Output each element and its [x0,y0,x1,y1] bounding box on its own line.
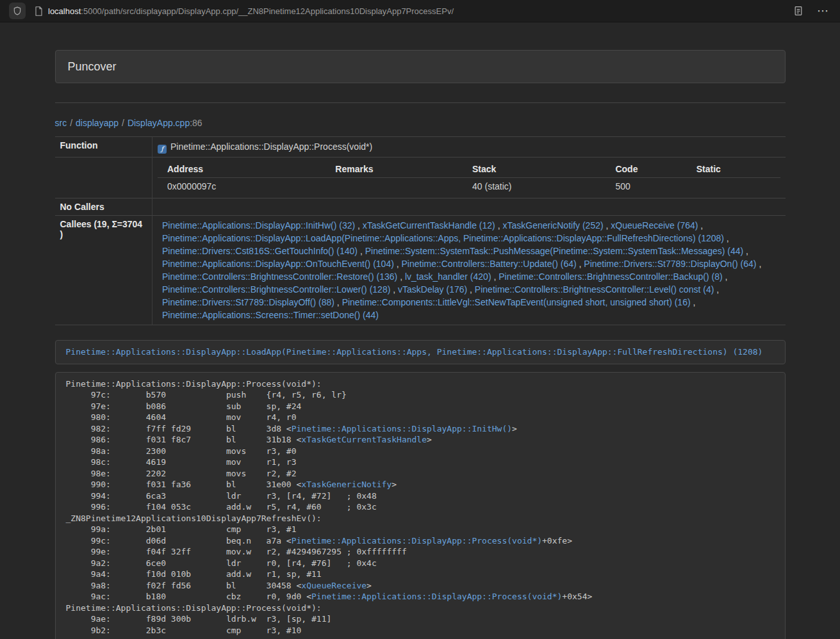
browser-chrome-bar: localhost:5000/path/src/displayapp/Displ… [0,0,840,22]
metrics-table: Address Remarks Stack Code Static 0x0000… [158,161,780,195]
browser-actions: ⋯ [794,5,831,17]
metrics-value-row: 0x0000097c 40 (static) 500 [158,178,780,195]
shield-button[interactable] [9,3,26,19]
callee-link[interactable]: Pinetime::Applications::DisplayApp::Init… [162,220,355,231]
reader-mode-button[interactable] [794,6,803,16]
ellipsis-icon: ⋯ [817,5,828,17]
column-code: Code [605,161,686,178]
callee-link[interactable]: Pinetime::Drivers::St7789::DisplayOff() … [162,297,334,307]
column-address: Address [158,161,325,178]
callee-link[interactable]: Pinetime::Applications::DisplayApp::OnTo… [162,259,394,269]
disassembly-symbol-link[interactable]: xQueueReceive [301,581,366,590]
static-value [687,178,780,195]
disassembly-symbol-link[interactable]: xTaskGetCurrentTaskHandle [301,435,427,444]
highlighted-symbol-box: Pinetime::Applications::DisplayApp::Load… [55,340,786,364]
callee-link[interactable]: Pinetime::Applications::DisplayApp::Load… [162,233,724,243]
callee-link[interactable]: lv_task_handler (420) [405,271,491,282]
callee-link[interactable]: Pinetime::Drivers::St7789::DisplayOn() (… [584,259,756,269]
code-value: 500 [605,178,686,195]
breadcrumb-separator: / [119,118,128,128]
callee-link[interactable]: Pinetime::System::SystemTask::PushMessag… [365,246,744,256]
address-bar[interactable]: localhost:5000/path/src/displayapp/Displ… [35,6,794,16]
shield-icon [13,6,22,16]
address-value: 0x0000097c [158,178,325,195]
column-stack: Stack [463,161,605,178]
breadcrumb-separator: / [67,118,76,128]
metrics-cell: Address Remarks Stack Code Static 0x0000… [152,158,786,198]
metrics-header-row: Address Remarks Stack Code Static [158,161,780,178]
breadcrumb-link[interactable]: src [55,118,67,128]
callee-link[interactable]: vTaskDelay (176) [398,284,467,295]
no-callers-label: No Callers [55,198,152,216]
remarks-value [325,178,463,195]
brand-link[interactable]: Puncover [56,60,117,74]
page-icon [35,6,43,16]
callee-link[interactable]: Pinetime::Applications::Screens::Timer::… [162,310,379,320]
breadcrumb-line-number: :86 [190,118,202,128]
callee-link[interactable]: Pinetime::Controllers::Battery::Update()… [402,259,577,269]
metrics-row-spacer [55,158,152,198]
no-callers-cell [152,198,786,216]
page-container: Puncover src/displayapp/DisplayApp.cpp:8… [45,50,795,639]
app-navbar: Puncover [55,50,786,83]
callee-link[interactable]: xTaskGenericNotify (252) [502,220,603,231]
function-name-cell: ƒPinetime::Applications::DisplayApp::Pro… [152,137,786,158]
function-table: Function ƒPinetime::Applications::Displa… [55,136,786,325]
callee-link[interactable]: Pinetime::Components::LittleVgl::SetNewT… [342,297,691,307]
breadcrumb-link[interactable]: displayapp [76,118,119,128]
disassembly-symbol-link[interactable]: Pinetime::Applications::DisplayApp::Proc… [311,592,562,601]
menu-button[interactable]: ⋯ [817,5,828,17]
breadcrumb-link[interactable]: DisplayApp.cpp [128,118,190,128]
function-icon: ƒ [158,145,167,154]
function-row: Function ƒPinetime::Applications::Displa… [55,137,786,158]
callee-link[interactable]: xQueueReceive (764) [611,220,698,231]
url-path: :5000/path/src/displayapp/DisplayApp.cpp… [81,6,454,16]
column-static: Static [687,161,780,178]
reader-mode-icon [794,6,803,16]
disassembly-code: Pinetime::Applications::DisplayApp::Proc… [55,372,786,639]
callees-cell: Pinetime::Applications::DisplayApp::Init… [152,216,786,325]
function-name: Pinetime::Applications::DisplayApp::Proc… [170,142,372,152]
function-label: Function [55,137,152,158]
url-text: localhost:5000/path/src/displayapp/Displ… [48,6,454,16]
callee-link[interactable]: Pinetime::Drivers::Cst816S::GetTouchInfo… [162,246,358,256]
callee-link[interactable]: Pinetime::Controllers::BrightnessControl… [498,271,722,282]
callees-row: Callees (19, Σ=3704 ) Pinetime::Applicat… [55,216,786,325]
callee-link[interactable]: Pinetime::Controllers::BrightnessControl… [162,271,397,282]
stack-value: 40 (static) [463,178,605,195]
disassembly-symbol-link[interactable]: Pinetime::Applications::DisplayApp::Init… [292,424,512,433]
metrics-row: Address Remarks Stack Code Static 0x0000… [55,158,786,198]
column-remarks: Remarks [325,161,463,178]
callee-link[interactable]: xTaskGetCurrentTaskHandle (12) [363,220,495,231]
divider [55,102,786,103]
callees-list: Pinetime::Applications::DisplayApp::Init… [158,219,780,321]
disassembly-symbol-link[interactable]: xTaskGenericNotify [301,480,391,489]
no-callers-row: No Callers [55,198,786,216]
callee-link[interactable]: Pinetime::Controllers::BrightnessControl… [162,284,390,295]
callees-label: Callees (19, Σ=3704 ) [55,216,152,325]
url-host: localhost [48,6,81,16]
callee-link[interactable]: Pinetime::Controllers::BrightnessControl… [475,284,714,295]
disassembly-symbol-link[interactable]: Pinetime::Applications::DisplayApp::Proc… [292,536,542,546]
breadcrumb: src/displayapp/DisplayApp.cpp:86 [55,117,786,129]
highlighted-symbol-link[interactable]: Pinetime::Applications::DisplayApp::Load… [66,347,763,357]
